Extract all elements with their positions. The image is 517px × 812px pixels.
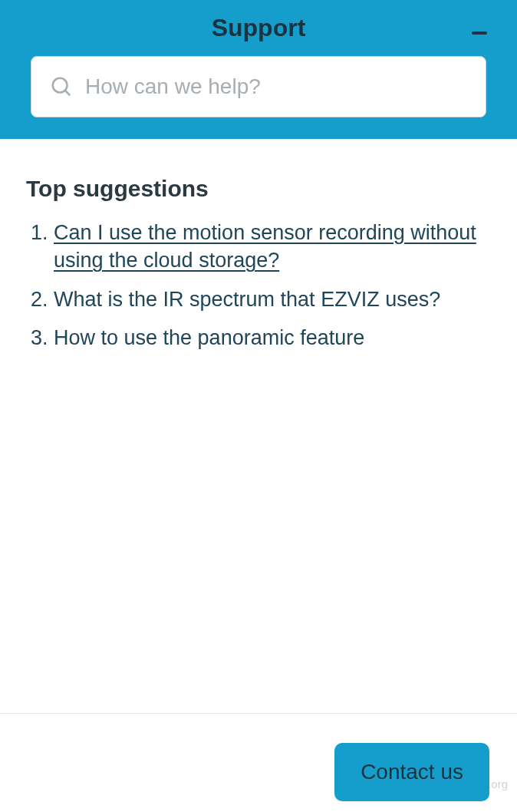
widget-body: Top suggestions Can I use the motion sen… [0,139,517,713]
footer-area: SafeHome .org Contact us [0,714,517,812]
watermark-suffix: .org [488,777,508,791]
suggestion-link-1[interactable]: Can I use the motion sensor recording wi… [54,221,476,272]
search-icon [50,75,73,98]
suggestions-list: Can I use the motion sensor recording wi… [26,219,491,352]
minimize-button[interactable] [471,25,488,41]
suggestion-link-3[interactable]: How to use the panoramic feature [54,326,364,349]
minus-icon [472,31,487,35]
header-title: Support [31,14,486,42]
svg-line-1 [65,91,70,95]
widget-header: Support [0,0,517,139]
top-suggestions-heading: Top suggestions [26,176,491,202]
list-item: What is the IR spectrum that EZVIZ uses? [54,286,491,313]
support-widget: Support Top suggestions Can I use the mo… [0,0,517,714]
list-item: How to use the panoramic feature [54,324,491,352]
search-input[interactable] [85,74,467,99]
list-item: Can I use the motion sensor recording wi… [54,219,491,275]
contact-us-button[interactable]: Contact us [334,743,489,801]
svg-point-0 [53,78,68,93]
search-field-wrapper[interactable] [31,56,486,117]
suggestion-link-2[interactable]: What is the IR spectrum that EZVIZ uses? [54,288,440,311]
